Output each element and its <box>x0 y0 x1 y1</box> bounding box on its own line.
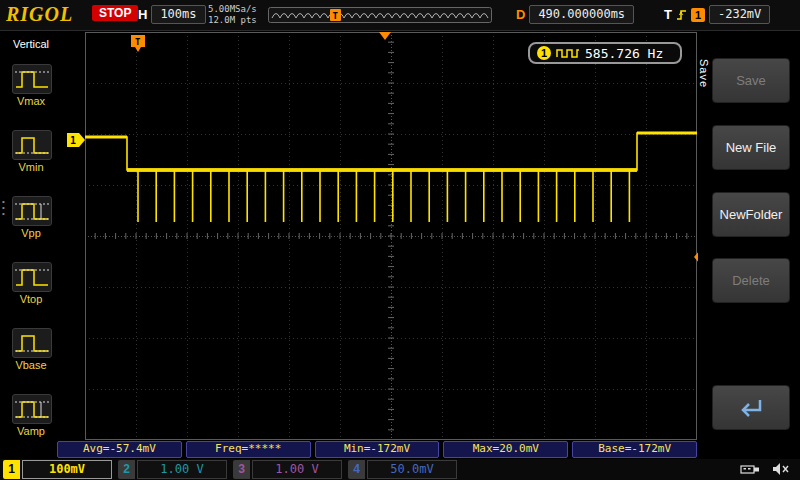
delete-button-label: Delete <box>732 273 770 288</box>
delete-button[interactable]: Delete <box>712 258 790 303</box>
waveform-display <box>85 32 697 440</box>
rigol-logo: RIGOL <box>6 3 73 26</box>
trigger-position-flag[interactable]: T <box>131 35 146 53</box>
new-folder-button-label: NewFolder <box>720 207 783 222</box>
rising-edge-icon <box>676 8 687 22</box>
channel-1-status[interactable]: 1 100mV <box>3 460 112 479</box>
vbase-icon <box>12 328 52 358</box>
save-menu: Save Save New File NewFolder Delete <box>698 31 800 459</box>
menu-item-vpp[interactable]: Vpp <box>0 196 62 256</box>
channel-status-bar: 1 100mV 2 1.00 V 3 1.00 V 4 50.0mV <box>0 459 800 480</box>
channel-2-status[interactable]: 2 1.00 V <box>118 460 227 479</box>
horizontal-center-marker[interactable] <box>379 32 391 40</box>
speaker-muted-icon[interactable] <box>772 462 791 476</box>
save-button-label: Save <box>736 73 766 88</box>
measurement-max: Max=20.0mV <box>443 441 568 458</box>
oscilloscope-screen: RIGOL STOP H 100ms 5.00MSa/s 12.0M pts T… <box>0 0 800 480</box>
trigger-label: T <box>664 7 672 22</box>
measure-menu-title: Vertical <box>0 38 62 50</box>
memory-position-bar[interactable]: T <box>268 7 492 23</box>
save-menu-title: Save <box>698 59 710 88</box>
sample-rate: 5.00MSa/s <box>208 4 257 15</box>
save-button[interactable]: Save <box>712 58 790 103</box>
frequency-counter: 1 585.726 Hz <box>528 42 682 64</box>
acquisition-info: 5.00MSa/s 12.0M pts <box>208 4 257 26</box>
channel-2-badge: 2 <box>118 460 135 479</box>
menu-item-label: Vmax <box>0 95 62 107</box>
measurement-min: Min=-172mV <box>315 441 440 458</box>
menu-item-vbase[interactable]: Vbase <box>0 328 62 388</box>
menu-item-label: Vpp <box>0 227 62 239</box>
menu-item-label: Vamp <box>0 425 62 437</box>
menu-item-vtop[interactable]: Vtop <box>0 262 62 322</box>
vmax-icon <box>12 64 52 94</box>
trigger-status-group: T 1 -232mV <box>664 5 770 24</box>
return-arrow-icon <box>734 396 768 420</box>
memory-depth: 12.0M pts <box>208 15 257 26</box>
channel-4-status[interactable]: 4 50.0mV <box>348 460 457 479</box>
menu-item-label: Vtop <box>0 293 62 305</box>
measurement-base: Base=-172mV <box>572 441 697 458</box>
channel-1-badge: 1 <box>3 460 20 479</box>
new-file-button[interactable]: New File <box>712 125 790 170</box>
menu-item-label: Vbase <box>0 359 62 371</box>
trigger-source-badge: 1 <box>691 8 705 22</box>
channel-3-scale: 1.00 V <box>252 460 342 479</box>
usb-icon <box>740 463 762 476</box>
svg-text:T: T <box>135 37 141 47</box>
channel-4-scale: 50.0mV <box>367 460 457 479</box>
menu-item-vamp[interactable]: Vamp <box>0 394 62 454</box>
svg-text:1: 1 <box>70 135 76 146</box>
delay-label: D <box>516 7 525 22</box>
horizontal-label: H <box>138 7 147 22</box>
channel-1-scale: 100mV <box>22 460 112 479</box>
vmin-icon <box>12 130 52 160</box>
new-folder-button[interactable]: NewFolder <box>712 192 790 237</box>
channel-4-badge: 4 <box>348 460 365 479</box>
vpp-icon <box>12 196 52 226</box>
new-file-button-label: New File <box>726 140 777 155</box>
freq-counter-value: 585.726 Hz <box>585 46 663 61</box>
graticule-grid <box>85 32 697 440</box>
channel-3-badge: 3 <box>233 460 250 479</box>
delay-value[interactable]: 490.000000ms <box>529 5 634 24</box>
menu-item-vmin[interactable]: Vmin <box>0 130 62 190</box>
channel-2-scale: 1.00 V <box>137 460 227 479</box>
channel1-position-marker[interactable]: 1 <box>67 133 86 148</box>
channel-3-status[interactable]: 3 1.00 V <box>233 460 342 479</box>
timebase-value[interactable]: 100ms <box>151 5 205 24</box>
measure-menu: Vertical Vmax Vmin Vpp Vtop Vbase Vamp •… <box>0 31 62 459</box>
menu-scroll-indicator[interactable]: ••• <box>2 199 5 217</box>
vamp-icon <box>12 394 52 424</box>
return-button[interactable] <box>712 385 790 430</box>
top-status-bar: RIGOL STOP H 100ms 5.00MSa/s 12.0M pts T… <box>0 0 800 31</box>
freq-counter-source-badge: 1 <box>537 46 551 60</box>
svg-text:T: T <box>333 11 339 21</box>
menu-item-vmax[interactable]: Vmax <box>0 64 62 124</box>
system-icons <box>740 462 791 476</box>
run-stop-state[interactable]: STOP <box>92 5 138 21</box>
horizontal-timebase-group: H 100ms <box>138 5 206 24</box>
measurement-freq: Freq=***** <box>186 441 311 458</box>
delay-group: D 490.000000ms <box>516 5 634 24</box>
measurement-avg: Avg=-57.4mV <box>57 441 182 458</box>
menu-item-label: Vmin <box>0 161 62 173</box>
square-wave-icon <box>556 47 580 59</box>
vtop-icon <box>12 262 52 292</box>
trigger-level-value[interactable]: -232mV <box>709 5 770 24</box>
measurement-readout-bar: Avg=-57.4mV Freq=***** Min=-172mV Max=20… <box>57 441 697 457</box>
